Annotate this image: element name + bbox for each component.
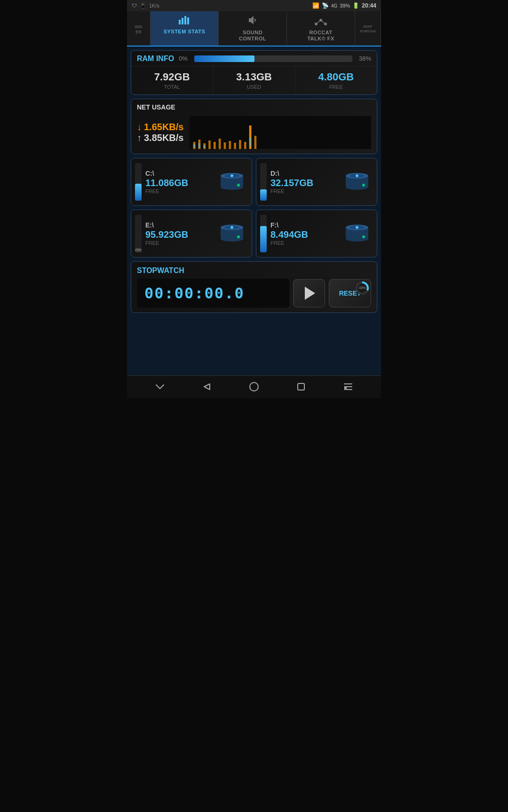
net-upload: ↑ 3.85KB/s	[137, 133, 184, 143]
disk-d-bar-fill	[260, 189, 267, 201]
disk-f-bar-container	[260, 215, 267, 252]
ram-header: RAM INFO 0% 38%	[131, 51, 377, 66]
net-chart	[190, 116, 372, 149]
battery-icon: 🔋	[352, 2, 359, 9]
disk-e-bar-fill	[135, 249, 142, 252]
svg-point-44	[230, 226, 233, 229]
svg-point-50	[356, 226, 358, 229]
svg-rect-3	[187, 17, 189, 24]
signal-icon: 📶	[312, 2, 319, 9]
svg-rect-1	[182, 18, 183, 24]
net-header: NET USAGE	[131, 99, 377, 113]
ram-stats: 7.92GB TOTAL 3.13GB USED 4.80GB FREE	[131, 66, 377, 94]
disk-grid: C:\ 11.086GB FREE D:\	[131, 158, 377, 258]
ram-bar-fill	[194, 55, 254, 62]
svg-point-55	[250, 383, 258, 391]
stopwatch-body: 00:00:00.0 RESET 32%	[137, 279, 371, 308]
disk-e-info: E:\ 95.923GB FREE	[145, 221, 215, 246]
bottom-nav-recents-button[interactable]	[291, 376, 311, 397]
ram-free-value: 4.80GB	[299, 71, 373, 83]
status-right-icons: 📶 📡 4G 39% 🔋 20:44	[312, 2, 376, 9]
svg-point-32	[230, 174, 233, 177]
stopwatch-time: 00:00:00.0	[144, 284, 282, 302]
ram-free-label: FREE	[299, 84, 373, 90]
ram-info-card: RAM INFO 0% 38% 7.92GB TOTAL 3.13GB USED…	[131, 50, 377, 95]
svg-rect-15	[214, 142, 216, 149]
svg-rect-24	[193, 144, 195, 148]
disk-e-label: FREE	[145, 240, 215, 246]
download-arrow-icon: ↓	[137, 122, 142, 133]
reset-circle-inner: 32%	[357, 283, 367, 293]
svg-rect-19	[234, 143, 236, 149]
disk-c[interactable]: C:\ 11.086GB FREE	[131, 158, 252, 206]
shield-icon: 🛡	[132, 3, 137, 8]
disk-f-bar-fill	[260, 226, 267, 252]
tab-roccat[interactable]: ROCCATTALK© FX	[287, 11, 355, 46]
stopwatch-play-button[interactable]	[293, 279, 325, 307]
disk-c-drive: C:\	[145, 170, 215, 177]
status-bar: 🛡 📱 1K/s 📶 📡 4G 39% 🔋 20:44	[127, 0, 381, 11]
svg-marker-4	[249, 16, 254, 24]
svg-rect-25	[198, 143, 200, 148]
svg-rect-18	[229, 141, 231, 149]
disk-c-label: FREE	[145, 188, 215, 194]
tab-system-stats[interactable]: SYSTEM STATS	[151, 11, 219, 46]
disk-e[interactable]: E:\ 95.923GB FREE	[131, 210, 252, 258]
svg-rect-16	[218, 139, 221, 149]
svg-marker-54	[204, 384, 210, 390]
ram-pct-right: 38%	[359, 55, 371, 62]
upload-arrow-icon: ↑	[137, 133, 142, 143]
stopwatch-card: STOPWATCH 00:00:00.0 RESET 32%	[131, 261, 377, 313]
speaker-icon	[221, 15, 285, 28]
disk-f-label: FREE	[270, 240, 340, 246]
tab-inapurchase[interactable]: INAPPURCHA	[355, 11, 381, 46]
disk-d-label: FREE	[270, 188, 340, 194]
disk-c-bar-container	[135, 163, 142, 201]
disk-c-info: C:\ 11.086GB FREE	[145, 170, 215, 194]
bottom-nav-menu-button[interactable]	[338, 376, 358, 397]
ram-pct-left: 0%	[179, 55, 188, 62]
disk-f[interactable]: F:\ 8.494GB FREE	[256, 210, 377, 258]
disk-c-size: 11.086GB	[145, 177, 215, 188]
ram-total-label: TOTAL	[135, 84, 209, 90]
download-value: 1.65KB/s	[144, 122, 184, 133]
svg-rect-21	[244, 142, 246, 149]
bottom-nav-home-button[interactable]	[244, 376, 264, 397]
bottom-nav	[127, 375, 381, 398]
disk-d-size: 32.157GB	[270, 177, 340, 188]
svg-rect-10	[190, 116, 372, 149]
svg-rect-23	[254, 136, 256, 149]
disk-d[interactable]: D:\ 32.157GB FREE	[256, 158, 377, 206]
tab-system-stats-label: SYSTEM STATS	[164, 29, 206, 34]
stopwatch-reset-button[interactable]: RESET 32%	[329, 279, 371, 307]
svg-rect-27	[249, 137, 251, 147]
disk-e-bar-container	[135, 215, 142, 252]
clock: 20:44	[362, 2, 376, 9]
ram-total-value: 7.92GB	[135, 71, 209, 83]
svg-rect-14	[208, 141, 211, 149]
bottom-nav-chevron[interactable]	[150, 376, 170, 397]
disk-f-info: F:\ 8.494GB FREE	[270, 221, 340, 246]
sim-icon: 📱	[140, 3, 146, 9]
net-chart-svg	[190, 116, 372, 149]
svg-point-33	[237, 184, 240, 187]
roccat-icon	[289, 15, 353, 28]
bottom-nav-back-button[interactable]	[197, 376, 217, 397]
wifi-icon: 📡	[322, 2, 329, 9]
upload-value: 3.85KB/s	[144, 133, 184, 143]
disk-f-icon	[344, 223, 372, 244]
ram-free: 4.80GB FREE	[295, 66, 377, 94]
tab-sound-control[interactable]: SOUNDCONTROL	[219, 11, 287, 46]
tab-prev[interactable]: INGER	[127, 11, 151, 46]
net-stats: ↓ 1.65KB/s ↑ 3.85KB/s	[137, 122, 184, 143]
stopwatch-display: 00:00:00.0	[137, 279, 289, 308]
net-download: ↓ 1.65KB/s	[137, 122, 184, 133]
disk-c-icon	[219, 171, 247, 192]
nav-tabs: INGER SYSTEM STATS SOUNDCONTROL	[127, 11, 381, 47]
ram-bar-container	[194, 55, 352, 62]
disk-d-drive: D:\	[270, 170, 340, 177]
ram-title: RAM INFO	[137, 55, 174, 63]
disk-c-bar-fill	[135, 184, 142, 201]
ram-used-value: 3.13GB	[217, 71, 291, 83]
ram-total: 7.92GB TOTAL	[131, 66, 213, 94]
